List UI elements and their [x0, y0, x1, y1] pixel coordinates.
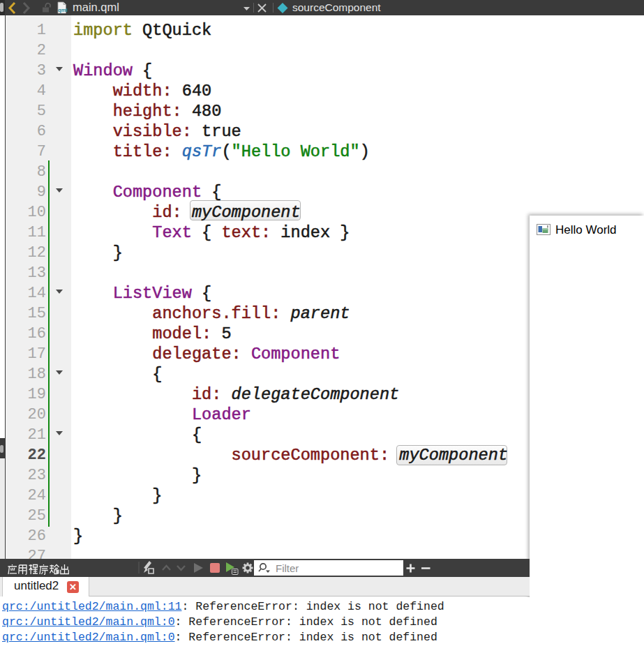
svg-text:qml: qml: [58, 7, 68, 13]
